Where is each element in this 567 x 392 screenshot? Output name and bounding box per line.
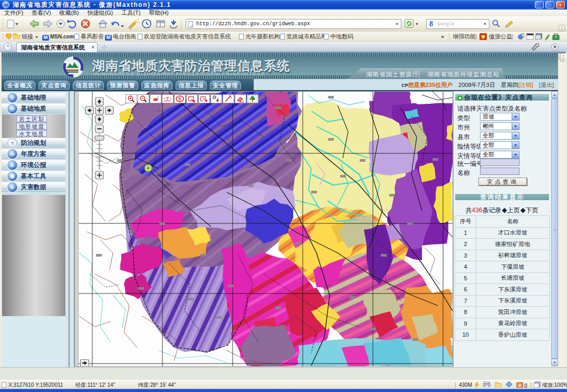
svg-text:S: S <box>178 96 181 102</box>
svg-text:?: ? <box>166 96 169 101</box>
